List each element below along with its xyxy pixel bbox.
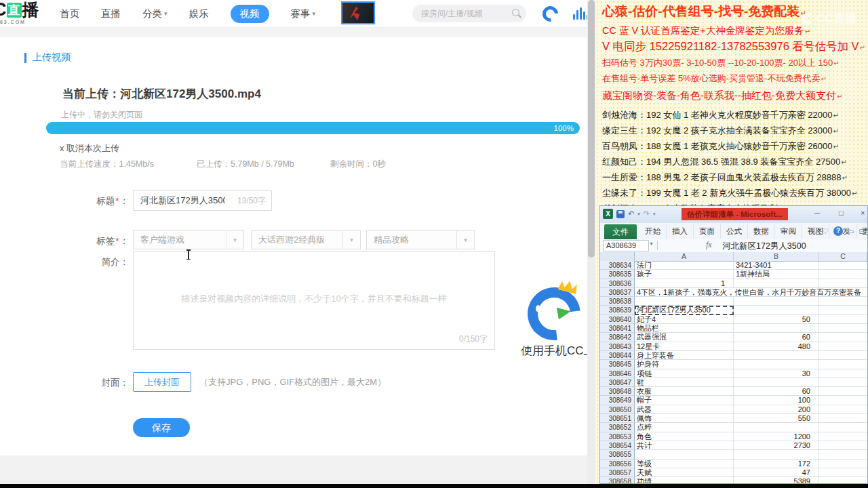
cell-c[interactable] bbox=[819, 387, 867, 396]
cell-a[interactable]: 佩饰 bbox=[635, 414, 734, 423]
column-header-A[interactable]: A bbox=[635, 252, 734, 261]
cell-a[interactable] bbox=[635, 297, 734, 306]
cell-c[interactable] bbox=[819, 351, 867, 360]
favorite-icon[interactable]: ♡ bbox=[822, 227, 829, 236]
cell-b[interactable]: 60 bbox=[734, 387, 819, 396]
undo-dropdown-icon[interactable]: ▾ bbox=[637, 211, 640, 217]
ribbon-more-icon[interactable]: ⊡ bbox=[859, 228, 865, 235]
cell-c[interactable] bbox=[819, 306, 867, 314]
minimize-button[interactable]: ─ bbox=[814, 209, 820, 217]
nav-item-首页[interactable]: 首页 bbox=[60, 7, 79, 20]
column-header-B[interactable]: B bbox=[734, 252, 819, 261]
cell-b[interactable] bbox=[734, 378, 819, 387]
cell-c[interactable] bbox=[819, 477, 867, 483]
cell-b[interactable] bbox=[734, 306, 819, 314]
save-icon[interactable] bbox=[616, 210, 625, 218]
cell-c[interactable] bbox=[819, 333, 867, 342]
row-header[interactable]: 308653 bbox=[600, 432, 635, 441]
cell-b[interactable]: 2730 bbox=[734, 441, 819, 450]
row-header[interactable]: 308644 bbox=[600, 351, 635, 360]
cell-c[interactable] bbox=[819, 460, 867, 468]
nav-item-赛事[interactable]: 赛事▾ bbox=[291, 7, 316, 20]
cancel-upload-link[interactable]: x 取消本次上传 bbox=[60, 142, 119, 155]
cc-app-icon[interactable] bbox=[539, 3, 561, 24]
cell-b[interactable]: 172 bbox=[734, 460, 819, 468]
cell-c[interactable] bbox=[819, 468, 867, 477]
cell-b[interactable]: 47 bbox=[734, 468, 819, 477]
select-all-corner[interactable] bbox=[600, 252, 635, 261]
row-header[interactable]: 308654 bbox=[600, 441, 635, 450]
cell-b[interactable] bbox=[734, 423, 819, 432]
row-header[interactable]: 308648 bbox=[600, 387, 635, 396]
cell-b[interactable]: 50 bbox=[734, 315, 819, 324]
description-textarea[interactable]: 描述是对视频内容的详细说明，不少于10个字，并且不要和标题一样 0/150字 bbox=[133, 251, 495, 350]
cell-b[interactable]: 100 bbox=[734, 396, 819, 405]
cell-c[interactable] bbox=[819, 441, 867, 450]
cell-b[interactable] bbox=[734, 351, 819, 360]
cell-c[interactable] bbox=[819, 342, 867, 351]
cell-a[interactable]: 孩子 bbox=[635, 270, 734, 279]
cell-a[interactable]: 帽子 bbox=[635, 396, 734, 405]
close-button[interactable]: × bbox=[861, 209, 865, 217]
row-header[interactable]: 308639 bbox=[600, 306, 635, 314]
cell-b[interactable]: 480 bbox=[734, 342, 819, 351]
name-box-dropdown-icon[interactable]: ▼ bbox=[649, 241, 654, 246]
dropdown-arrow[interactable]: ▾ bbox=[342, 231, 360, 249]
cell-a[interactable]: 武器 bbox=[635, 405, 734, 414]
cell-a[interactable]: 衣服 bbox=[635, 387, 734, 396]
cell-a[interactable]: 项链 bbox=[635, 369, 734, 378]
cell-c[interactable] bbox=[819, 423, 867, 432]
cell-c[interactable] bbox=[819, 261, 867, 270]
nav-item-视频[interactable]: 视频 bbox=[231, 5, 269, 23]
cell-c[interactable] bbox=[819, 432, 867, 441]
row-header[interactable]: 308651 bbox=[600, 414, 635, 423]
cell-b[interactable]: 5389 bbox=[734, 477, 819, 483]
cell-a[interactable]: 妃子4 bbox=[635, 315, 734, 324]
cell-c[interactable] bbox=[819, 324, 867, 333]
row-header[interactable]: 308642 bbox=[600, 333, 635, 342]
ribbon-tab-数据[interactable]: 数据 bbox=[748, 224, 775, 239]
cell-b[interactable]: 1200 bbox=[734, 432, 819, 441]
cell-a[interactable]: 身上穿装备 bbox=[635, 351, 734, 360]
row-header[interactable]: 308655 bbox=[600, 450, 635, 459]
row-header[interactable]: 308647 bbox=[600, 378, 635, 387]
row-header[interactable]: 308656 bbox=[600, 460, 635, 468]
cell-a[interactable]: 武器强混 bbox=[635, 333, 734, 342]
upload-cover-button[interactable]: 上传封面 bbox=[133, 372, 191, 392]
cell-c[interactable] bbox=[819, 279, 867, 288]
row-header[interactable]: 308643 bbox=[600, 342, 635, 351]
row-header[interactable]: 308634 bbox=[600, 261, 635, 270]
column-header-C[interactable]: C bbox=[819, 252, 867, 261]
row-header[interactable]: 308641 bbox=[600, 324, 635, 333]
cell-c[interactable] bbox=[819, 378, 867, 387]
row-header[interactable]: 308640 bbox=[600, 315, 635, 324]
ribbon-tab-开始[interactable]: 开始 bbox=[639, 224, 667, 239]
cell-c[interactable] bbox=[819, 360, 867, 369]
cell-c[interactable] bbox=[819, 414, 867, 423]
live-thumbnail[interactable] bbox=[341, 1, 375, 24]
tab-file[interactable]: 文件 bbox=[604, 224, 637, 239]
row-header[interactable]: 308646 bbox=[600, 369, 635, 378]
row-header[interactable]: 308645 bbox=[600, 360, 635, 369]
row-header[interactable]: 308652 bbox=[600, 423, 635, 432]
cell-a[interactable]: 天赋 bbox=[635, 468, 734, 477]
cell-b[interactable]: 550 bbox=[734, 414, 819, 423]
cell-a[interactable]: 河北新区172男人3500 bbox=[635, 306, 734, 314]
tag-select-3[interactable]: 精品攻略▾ bbox=[366, 230, 475, 249]
cell-b[interactable]: 30 bbox=[734, 369, 819, 378]
cell-b[interactable]: 1新神结局 bbox=[734, 270, 819, 279]
tag-select-1[interactable]: 客户端游戏▾ bbox=[133, 230, 244, 249]
help-icon[interactable]: ? bbox=[833, 226, 843, 236]
nav-item-直播[interactable]: 直播 bbox=[101, 7, 121, 20]
name-box[interactable]: A308639 bbox=[603, 240, 649, 251]
row-header[interactable]: 308638 bbox=[600, 297, 635, 306]
ribbon-minimize-icon[interactable]: ▭ bbox=[848, 228, 854, 235]
cell-b[interactable] bbox=[734, 279, 819, 288]
maximize-button[interactable]: □ bbox=[839, 209, 844, 217]
row-header[interactable]: 308650 bbox=[600, 405, 635, 414]
cell-a[interactable]: 法门 bbox=[635, 261, 734, 270]
save-button[interactable]: 保存 bbox=[133, 418, 190, 437]
cell-c[interactable] bbox=[819, 297, 867, 306]
cell-c[interactable] bbox=[819, 369, 867, 378]
dropdown-arrow[interactable]: ▾ bbox=[226, 231, 243, 249]
